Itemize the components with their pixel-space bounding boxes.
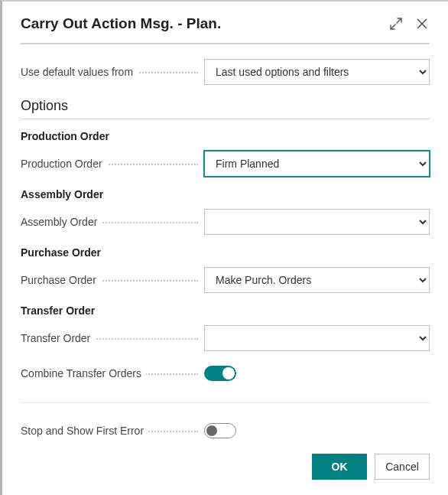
options-heading: Options (21, 98, 430, 119)
production-order-label: Production Order (21, 158, 204, 170)
combine-transfer-label: Combine Transfer Orders (21, 367, 204, 379)
row-assembly-order: Assembly Order (21, 208, 430, 236)
stop-show-error-label: Stop and Show First Error (21, 425, 204, 437)
default-values-label: Use default values from (21, 66, 204, 78)
row-transfer-order: Transfer Order (21, 324, 430, 352)
purchase-order-select[interactable]: Make Purch. Orders (204, 267, 430, 293)
row-combine-transfer: Combine Transfer Orders (21, 360, 430, 387)
dialog-controls (388, 16, 430, 31)
dialog-content: Use default values from Last used option… (2, 44, 448, 443)
stop-show-error-toggle[interactable] (204, 423, 236, 438)
row-default-values: Use default values from Last used option… (21, 58, 430, 86)
transfer-order-select[interactable] (204, 325, 430, 351)
dialog-header: Carry Out Action Msg. - Plan. (2, 2, 448, 43)
group-assembly: Assembly Order (21, 188, 430, 200)
group-purchase: Purchase Order (21, 246, 430, 259)
dialog-title: Carry Out Action Msg. - Plan. (21, 15, 221, 32)
cancel-button[interactable]: Cancel (375, 454, 430, 480)
row-purchase-order: Purchase Order Make Purch. Orders (21, 266, 430, 294)
transfer-order-label: Transfer Order (21, 332, 204, 344)
group-transfer: Transfer Order (21, 304, 430, 317)
assembly-order-select[interactable] (204, 209, 430, 235)
close-icon[interactable] (414, 16, 430, 31)
production-order-select[interactable]: Firm Planned (204, 151, 430, 177)
dialog-carry-out-action: Carry Out Action Msg. - Plan. (0, 0, 448, 495)
assembly-order-label: Assembly Order (21, 216, 204, 228)
ok-button[interactable]: OK (312, 454, 367, 480)
section-divider (21, 402, 430, 403)
row-stop-show-error: Stop and Show First Error (21, 417, 430, 443)
group-production: Production Order (21, 130, 430, 142)
row-production-order: Production Order Firm Planned (21, 150, 430, 177)
default-values-select[interactable]: Last used options and filters (204, 59, 430, 85)
purchase-order-label: Purchase Order (21, 274, 204, 286)
expand-icon[interactable] (388, 16, 404, 31)
combine-transfer-toggle[interactable] (204, 366, 236, 381)
dialog-footer: OK Cancel (2, 443, 448, 495)
